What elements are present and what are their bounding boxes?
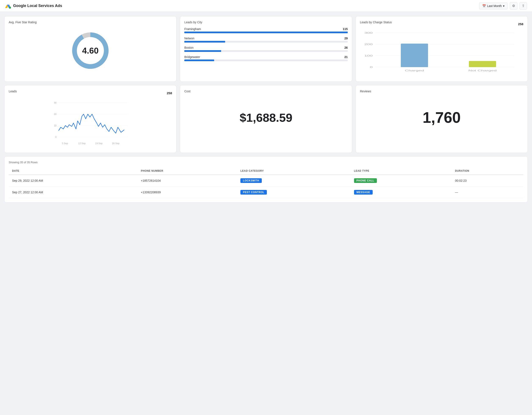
col-phone: PHONE NUMBER bbox=[138, 167, 237, 175]
leads-title-row: Leads 258 bbox=[9, 90, 172, 96]
table-subtitle: Showing 35 of 35 Rows bbox=[9, 161, 523, 164]
col-lead-category: LEAD CATEGORY bbox=[237, 167, 351, 175]
svg-text:19 Sep: 19 Sep bbox=[95, 142, 103, 145]
leads-card: Leads 258 30 20 10 0 bbox=[4, 85, 177, 153]
leads-line-chart: 30 20 10 0 5 Sep 12 Sep 19 Sep 26 Sep bbox=[9, 100, 172, 148]
charge-bar-chart: 300 200 100 0 Charged Not Charged bbox=[360, 31, 523, 77]
col-lead-type: LEAD TYPE bbox=[351, 167, 452, 175]
main-content: Avg. Five Star Rating 4.60 Leads by City bbox=[0, 12, 532, 207]
row1-lead-category: LOCKSMITH bbox=[237, 175, 351, 186]
header-right: 📅 Last Month ▾ ⚙ ⇧ bbox=[479, 2, 527, 10]
table-row: Sep 27, 2022 12:00 AM +13392208939 PEST … bbox=[9, 186, 523, 198]
google-ads-logo bbox=[5, 3, 11, 9]
data-table: DATE PHONE NUMBER LEAD CATEGORY LEAD TYP… bbox=[9, 167, 523, 198]
charged-bar bbox=[401, 44, 428, 67]
leads-line-svg: 30 20 10 0 5 Sep 12 Sep 19 Sep 26 Sep bbox=[9, 100, 172, 148]
city-bar-fill-netwon bbox=[184, 41, 225, 43]
data-table-card: Showing 35 of 35 Rows DATE PHONE NUMBER … bbox=[4, 156, 528, 203]
table-row: Sep 29, 2022 12:00 AM +18572614104 LOCKS… bbox=[9, 175, 523, 186]
share-icon-button[interactable]: ⇧ bbox=[520, 2, 527, 10]
message-badge: MESSAGE bbox=[354, 190, 373, 194]
header-left: Google Local Services Ads bbox=[5, 3, 62, 9]
city-bar-fill-framingham bbox=[184, 31, 348, 33]
svg-text:Not Charged: Not Charged bbox=[468, 69, 497, 72]
last-month-button[interactable]: 📅 Last Month ▾ bbox=[479, 2, 508, 9]
row2-duration: — bbox=[452, 186, 523, 198]
charge-status-title: Leads by Charge Status bbox=[360, 20, 392, 24]
city-bar-fill-bridgewater bbox=[184, 59, 214, 61]
city-bar-bg-bridgewater bbox=[184, 59, 348, 61]
row1-duration: 00:02:23 bbox=[452, 175, 523, 186]
svg-text:30: 30 bbox=[54, 101, 57, 104]
not-charged-bar bbox=[469, 61, 496, 67]
settings-icon-button[interactable]: ⚙ bbox=[510, 2, 517, 10]
locksmith-badge: LOCKSMITH bbox=[240, 178, 262, 183]
charge-bar-svg: 300 200 100 0 Charged Not Charged bbox=[360, 31, 523, 77]
table-body: Sep 29, 2022 12:00 AM +18572614104 LOCKS… bbox=[9, 175, 523, 198]
svg-text:200: 200 bbox=[364, 43, 373, 46]
city-item-framingham: Framingham 115 bbox=[184, 27, 348, 33]
city-bar-fill-boston bbox=[184, 50, 221, 52]
header-title: Google Local Services Ads bbox=[13, 4, 62, 8]
charge-status-total: 258 bbox=[518, 22, 523, 26]
row2-date: Sep 27, 2022 12:00 AM bbox=[9, 186, 138, 198]
city-val-netwon: 29 bbox=[344, 37, 348, 40]
row2-phone: +13392208939 bbox=[138, 186, 237, 198]
svg-text:Charged: Charged bbox=[405, 69, 424, 72]
city-item-boston: Boston 26 bbox=[184, 46, 348, 52]
city-bar-bg-netwon bbox=[184, 41, 348, 43]
col-duration: DURATION bbox=[452, 167, 523, 175]
bottom-grid: Leads 258 30 20 10 0 bbox=[4, 85, 528, 153]
leads-by-city-card: Leads by City Framingham 115 Netwon bbox=[180, 16, 352, 82]
city-val-framingham: 115 bbox=[343, 27, 348, 31]
col-date: DATE bbox=[9, 167, 138, 175]
svg-text:0: 0 bbox=[370, 66, 373, 69]
row1-lead-type: PHONE CALL bbox=[351, 175, 452, 186]
city-val-boston: 26 bbox=[344, 46, 348, 49]
leads-by-city-title: Leads by City bbox=[184, 20, 348, 24]
city-val-bridgewater: 21 bbox=[344, 55, 348, 59]
city-item-netwon: Netwon 29 bbox=[184, 37, 348, 43]
city-name-bridgewater: Bridgewater bbox=[184, 55, 200, 59]
row2-lead-type: MESSAGE bbox=[351, 186, 452, 198]
reviews-card: Reviews 1,760 bbox=[355, 85, 528, 153]
cost-card: Cost $1,688.59 bbox=[180, 85, 352, 153]
svg-text:10: 10 bbox=[54, 124, 57, 127]
svg-text:26 Sep: 26 Sep bbox=[112, 142, 120, 145]
svg-text:100: 100 bbox=[364, 54, 373, 57]
last-month-label: Last Month bbox=[487, 4, 502, 8]
rating-value: 4.60 bbox=[82, 46, 99, 56]
leads-title: Leads bbox=[9, 90, 17, 93]
reviews-title: Reviews bbox=[360, 90, 523, 93]
table-header: DATE PHONE NUMBER LEAD CATEGORY LEAD TYP… bbox=[9, 167, 523, 175]
leads-by-charge-card: Leads by Charge Status 258 300 200 100 0 bbox=[355, 16, 528, 82]
city-bar-bg-framingham bbox=[184, 31, 348, 33]
chevron-down-icon: ▾ bbox=[503, 4, 504, 8]
row2-lead-category: PEST CONTROL bbox=[237, 186, 351, 198]
charge-title-row: Leads by Charge Status 258 bbox=[360, 20, 523, 27]
pest-control-badge: PEST CONTROL bbox=[240, 190, 267, 194]
leads-total: 258 bbox=[167, 91, 172, 95]
donut-container: 4.60 bbox=[9, 27, 172, 74]
avg-rating-card: Avg. Five Star Rating 4.60 bbox=[4, 16, 177, 82]
row1-date: Sep 29, 2022 12:00 AM bbox=[9, 175, 138, 186]
city-name-boston: Boston bbox=[184, 46, 194, 49]
header: Google Local Services Ads 📅 Last Month ▾… bbox=[0, 0, 532, 12]
svg-text:12 Sep: 12 Sep bbox=[78, 142, 86, 145]
city-list: Framingham 115 Netwon 29 bbox=[184, 27, 348, 61]
calendar-icon: 📅 bbox=[482, 4, 486, 8]
reviews-value: 1,760 bbox=[360, 96, 523, 139]
phone-call-badge: PHONE CALL bbox=[354, 178, 377, 183]
city-item-bridgewater: Bridgewater 21 bbox=[184, 55, 348, 61]
city-name-netwon: Netwon bbox=[184, 37, 194, 40]
city-name-framingham: Framingham bbox=[184, 27, 201, 31]
svg-text:5 Sep: 5 Sep bbox=[62, 142, 68, 145]
svg-text:0: 0 bbox=[55, 136, 57, 138]
avg-rating-title: Avg. Five Star Rating bbox=[9, 20, 172, 24]
svg-point-2 bbox=[9, 7, 11, 9]
svg-text:20: 20 bbox=[54, 113, 57, 116]
row1-phone: +18572614104 bbox=[138, 175, 237, 186]
cost-value: $1,688.59 bbox=[184, 96, 348, 139]
top-grid: Avg. Five Star Rating 4.60 Leads by City bbox=[4, 16, 528, 82]
donut-wrap: 4.60 bbox=[69, 29, 112, 72]
